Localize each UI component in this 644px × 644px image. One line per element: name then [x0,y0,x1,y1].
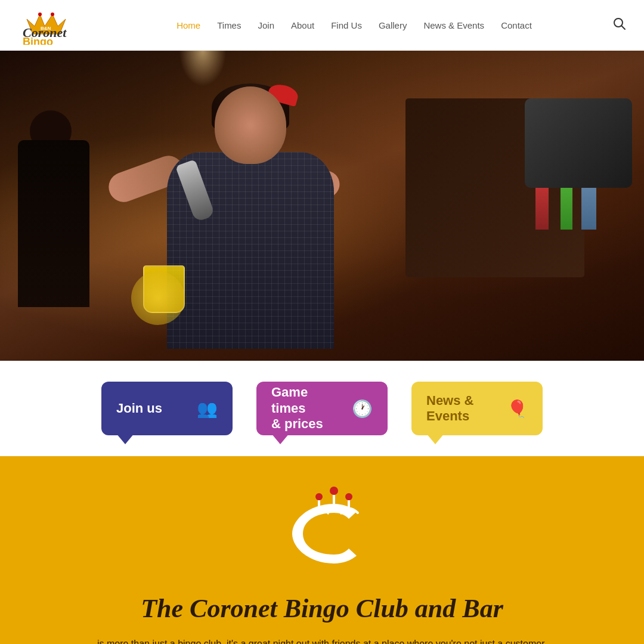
club-title: The Coronet Bingo Club and Bar [48,593,596,624]
site-header: B&N Coronet Bingo Home Times Join About … [0,0,644,51]
game-times-label: Game times & prices [271,385,323,432]
crown-logo-svg [274,486,370,581]
game-times-button[interactable]: Game times & prices 🕐 [256,382,388,435]
hero-image [0,51,644,361]
nav-gallery[interactable]: Gallery [379,20,407,30]
clock-icon: 🕐 [352,399,373,419]
action-buttons-section: Join us 👥 Game times & prices 🕐 News & E… [0,361,644,456]
search-button[interactable] [613,17,626,33]
join-button-label: Join us [116,401,162,416]
coffee-machine [525,98,632,188]
nav-times[interactable]: Times [217,20,241,30]
news-events-label: News & Events [426,393,473,425]
nav-join[interactable]: Join [258,20,274,30]
join-button[interactable]: Join us 👥 [101,382,233,435]
crown-logo-container [48,486,596,581]
nav-about[interactable]: About [291,20,314,30]
svg-point-8 [330,487,338,495]
svg-point-9 [345,493,352,500]
bg-person-body [18,140,89,307]
nav-news-events[interactable]: News & Events [423,20,484,30]
nav-contact[interactable]: Contact [501,20,532,30]
svg-point-0 [38,13,42,16]
club-description: is more than just a bingo club, it's a g… [89,636,555,644]
svg-point-1 [51,13,54,16]
logo[interactable]: B&N Coronet Bingo [18,6,95,45]
nav-home[interactable]: Home [177,20,200,30]
balloon-icon: 🎈 [507,399,528,419]
bartender-background [0,51,644,361]
bartender-head [215,86,286,164]
main-nav: Home Times Join About Find Us Gallery Ne… [177,20,532,30]
search-icon [613,17,626,30]
join-icon: 👥 [197,399,218,419]
svg-text:Bingo: Bingo [23,36,53,45]
lamp-light [179,51,227,86]
drink-glow [131,271,185,325]
news-events-button[interactable]: News & Events 🎈 [411,382,543,435]
svg-point-7 [315,493,323,500]
nav-find-us[interactable]: Find Us [331,20,362,30]
yellow-content-section: The Coronet Bingo Club and Bar is more t… [0,456,644,644]
svg-line-6 [621,26,625,29]
logo-svg: B&N Coronet Bingo [18,6,95,45]
